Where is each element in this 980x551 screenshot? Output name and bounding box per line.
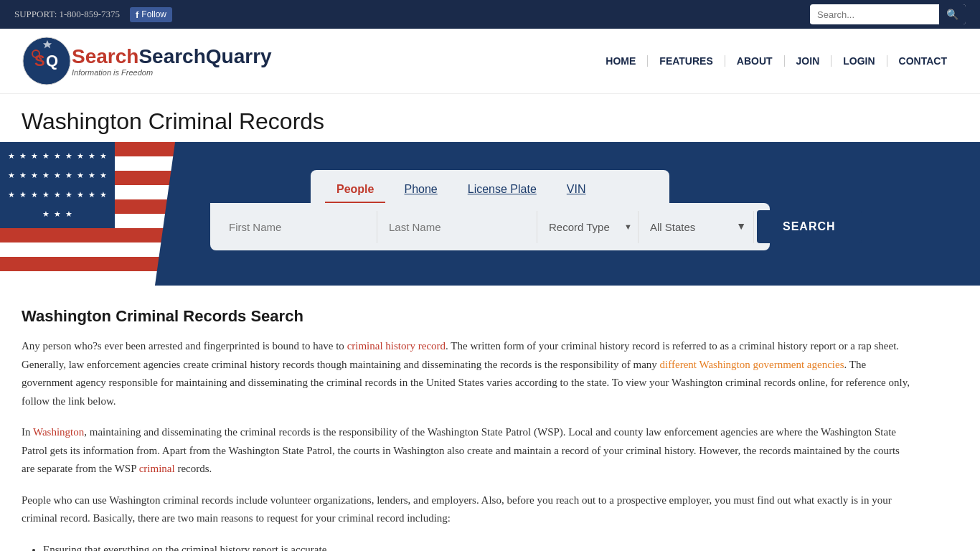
first-name-input[interactable] [217, 211, 377, 243]
tab-phone[interactable]: Phone [392, 177, 448, 203]
tab-vin[interactable]: VIN [555, 177, 598, 203]
nav-login[interactable]: LOGIN [831, 55, 887, 67]
criminal-history-record-link[interactable]: criminal history record [347, 340, 446, 352]
last-name-input[interactable] [377, 211, 537, 243]
list-item: Ensuring that everything on the criminal… [43, 541, 911, 552]
content-para1: Any person who?s ever been arrested and … [22, 337, 911, 410]
nav-about[interactable]: ABOUT [725, 55, 785, 67]
main-nav: HOME FEATURES ABOUT JOIN LOGIN CONTACT [594, 55, 958, 67]
page-title-area: Washington Criminal Records [0, 94, 980, 142]
svg-text:Q: Q [46, 52, 58, 70]
record-type-wrapper: Record Type Criminal Background Arrest ▼ [537, 211, 639, 243]
all-states-select[interactable]: All States Washington California New Yor… [639, 211, 753, 243]
content-area: Washington Criminal Records Search Any p… [0, 286, 933, 551]
header: S Q SearchSearchQuarry Information is Fr… [0, 29, 980, 94]
search-button[interactable]: SEARCH [757, 210, 862, 243]
all-states-wrapper: All States Washington California New Yor… [639, 211, 754, 243]
nav-home[interactable]: HOME [594, 55, 648, 67]
support-text: SUPPORT: 1-800-859-7375 [14, 9, 120, 20]
washington-link[interactable]: Washington [33, 426, 84, 438]
search-tabs: People Phone License Plate VIN [311, 170, 669, 203]
content-para2: In Washington, maintaining and dissemina… [22, 423, 911, 479]
hero-content: People Phone License Plate VIN Record Ty… [210, 170, 770, 250]
content-section-title: Washington Criminal Records Search [22, 307, 911, 326]
logo-tagline: Information is Freedom [72, 68, 272, 77]
page-title: Washington Criminal Records [22, 108, 958, 135]
nav-contact[interactable]: CONTACT [887, 55, 958, 67]
logo-text-block: SearchSearchQuarry Information is Freedo… [72, 45, 272, 77]
logo-icon: S Q [22, 36, 72, 86]
logo-name: SearchSearchQuarry [72, 45, 272, 68]
criminal-link[interactable]: criminal [139, 463, 175, 474]
nav-join[interactable]: JOIN [785, 55, 832, 67]
tab-people[interactable]: People [325, 177, 385, 203]
fb-follow-button[interactable]: f Follow [130, 7, 172, 22]
top-bar: SUPPORT: 1-800-859-7375 f Follow 🔍 [0, 0, 980, 29]
top-search-button[interactable]: 🔍 [939, 4, 966, 24]
content-para3: People who can use Washington criminal r… [22, 491, 911, 528]
follow-label: Follow [141, 9, 166, 19]
record-type-select[interactable]: Record Type Criminal Background Arrest [537, 211, 638, 243]
tab-license-plate[interactable]: License Plate [456, 177, 548, 203]
different-wa-agencies-link[interactable]: different Washington government agencies [660, 359, 844, 370]
phone-number: 1-800-859-7375 [60, 9, 121, 19]
bullet-list: Ensuring that everything on the criminal… [22, 541, 911, 552]
top-bar-left: SUPPORT: 1-800-859-7375 f Follow [14, 7, 172, 22]
hero-banner: ★★★★★★ ★★★★★★ ★★★★★★ ★★★★★★ ★★★★★★ Peopl… [0, 142, 980, 286]
search-form: Record Type Criminal Background Arrest ▼… [210, 203, 770, 250]
top-search-bar[interactable]: 🔍 [810, 4, 966, 24]
top-search-input[interactable] [810, 6, 939, 24]
logo-area: S Q SearchSearchQuarry Information is Fr… [22, 36, 272, 86]
nav-features[interactable]: FEATURES [648, 55, 725, 67]
flag-stars: ★★★★★★ ★★★★★★ ★★★★★★ ★★★★★★ ★★★★★★ [0, 142, 115, 228]
facebook-icon: f [136, 9, 138, 20]
